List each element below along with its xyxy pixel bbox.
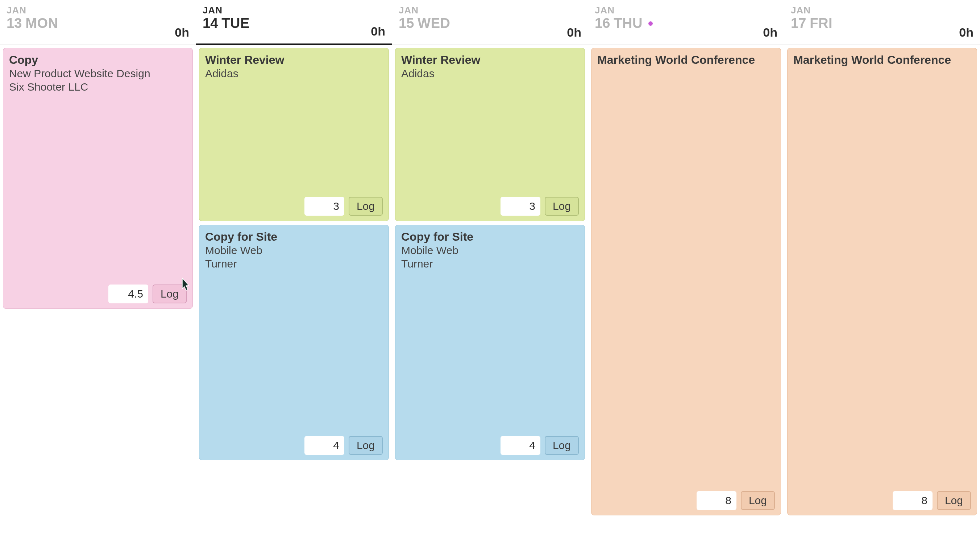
day-header[interactable]: JAN14TUE0h: [196, 0, 392, 45]
task-card[interactable]: Winter ReviewAdidasLog: [395, 48, 585, 221]
day-name: WED: [417, 16, 450, 31]
month-label: JAN: [791, 5, 974, 16]
day-body: Marketing World ConferenceLog: [588, 45, 784, 552]
hours-input[interactable]: [892, 491, 932, 510]
day-column: JAN14TUE0hWinter ReviewAdidasLogCopy for…: [196, 0, 392, 552]
log-button[interactable]: Log: [545, 436, 579, 455]
day-line: 14TUE: [203, 16, 385, 31]
log-button[interactable]: Log: [937, 491, 971, 510]
day-column: JAN17FRI0hMarketing World ConferenceLog: [784, 0, 980, 552]
day-line: 17FRI: [791, 16, 974, 31]
log-button[interactable]: Log: [153, 285, 187, 303]
task-subtitle: Mobile Web: [205, 243, 383, 257]
task-client: Turner: [401, 257, 579, 271]
task-title: Winter Review: [205, 53, 383, 67]
task-footer: Log: [597, 487, 775, 510]
day-hours-total: 0h: [567, 25, 581, 40]
task-footer: Log: [9, 280, 187, 303]
task-subtitle: Adidas: [401, 67, 579, 81]
task-card[interactable]: Copy for SiteMobile WebTurnerLog: [395, 225, 585, 460]
log-button[interactable]: Log: [348, 197, 383, 216]
task-title: Copy for Site: [205, 230, 383, 243]
status-dot-icon: [648, 21, 653, 26]
day-header[interactable]: JAN15WED0h: [392, 0, 588, 45]
task-footer: Log: [793, 487, 971, 510]
hours-input[interactable]: [501, 436, 540, 455]
hours-input[interactable]: [108, 285, 148, 303]
day-number: 16: [595, 16, 610, 31]
day-body: Winter ReviewAdidasLogCopy for SiteMobil…: [196, 45, 392, 552]
day-number: 13: [6, 16, 22, 31]
day-body: Marketing World ConferenceLog: [784, 45, 980, 552]
task-card[interactable]: Marketing World ConferenceLog: [787, 48, 977, 515]
day-name: FRI: [810, 16, 832, 31]
day-hours-total: 0h: [763, 25, 777, 40]
day-number: 14: [203, 16, 218, 31]
task-title: Marketing World Conference: [793, 53, 971, 67]
task-card[interactable]: Winter ReviewAdidasLog: [199, 48, 389, 221]
day-number: 15: [399, 16, 414, 31]
day-number: 17: [791, 16, 806, 31]
day-body: CopyNew Product Website DesignSix Shoote…: [0, 45, 196, 552]
task-footer: Log: [205, 192, 383, 216]
task-title: Marketing World Conference: [597, 53, 775, 67]
month-label: JAN: [595, 5, 777, 16]
day-header[interactable]: JAN13MON0h: [0, 0, 196, 45]
task-card[interactable]: Copy for SiteMobile WebTurnerLog: [199, 225, 389, 460]
task-subtitle: New Product Website Design: [9, 67, 187, 81]
day-hours-total: 0h: [371, 24, 385, 38]
task-card[interactable]: Marketing World ConferenceLog: [591, 48, 781, 515]
task-client: Six Shooter LLC: [9, 80, 187, 94]
day-column: JAN16THU0hMarketing World ConferenceLog: [588, 0, 784, 552]
hours-input[interactable]: [697, 491, 737, 510]
day-name: MON: [25, 16, 58, 31]
hours-input[interactable]: [304, 436, 344, 455]
day-body: Winter ReviewAdidasLogCopy for SiteMobil…: [392, 45, 588, 552]
day-name: TUE: [221, 16, 250, 31]
day-line: 13MON: [6, 16, 189, 31]
task-subtitle: Adidas: [205, 67, 383, 81]
hours-input[interactable]: [304, 197, 344, 216]
log-button[interactable]: Log: [741, 491, 775, 510]
day-line: 16THU: [595, 16, 777, 31]
day-name: THU: [614, 16, 643, 31]
day-hours-total: 0h: [175, 25, 189, 40]
task-title: Winter Review: [401, 53, 579, 67]
task-footer: Log: [401, 192, 579, 216]
log-button[interactable]: Log: [348, 436, 383, 455]
task-card[interactable]: CopyNew Product Website DesignSix Shoote…: [3, 48, 193, 309]
day-hours-total: 0h: [959, 25, 974, 40]
day-column: JAN13MON0hCopyNew Product Website Design…: [0, 0, 196, 552]
task-footer: Log: [205, 432, 383, 455]
task-title: Copy: [9, 53, 187, 67]
log-button[interactable]: Log: [545, 197, 579, 216]
task-client: Turner: [205, 257, 383, 271]
week-view: JAN13MON0hCopyNew Product Website Design…: [0, 0, 980, 552]
task-footer: Log: [401, 432, 579, 455]
month-label: JAN: [6, 5, 189, 16]
task-title: Copy for Site: [401, 230, 579, 243]
day-column: JAN15WED0hWinter ReviewAdidasLogCopy for…: [392, 0, 588, 552]
day-line: 15WED: [399, 16, 581, 31]
day-header[interactable]: JAN17FRI0h: [784, 0, 980, 45]
task-subtitle: Mobile Web: [401, 243, 579, 257]
hours-input[interactable]: [501, 197, 540, 216]
month-label: JAN: [399, 5, 581, 16]
day-header[interactable]: JAN16THU0h: [588, 0, 784, 45]
month-label: JAN: [203, 5, 385, 16]
